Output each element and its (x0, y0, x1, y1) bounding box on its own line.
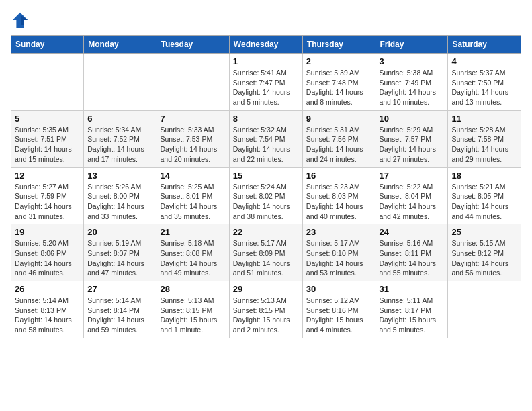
cell-info: Sunrise: 5:22 AMSunset: 8:04 PMDaylight:… (379, 182, 444, 222)
cell-info: Sunrise: 5:20 AMSunset: 8:06 PMDaylight:… (15, 238, 80, 278)
cell-info: Sunrise: 5:15 AMSunset: 8:12 PMDaylight:… (451, 238, 517, 278)
calendar-week-row: 19 Sunrise: 5:20 AMSunset: 8:06 PMDaylig… (11, 224, 521, 281)
calendar-cell: 24 Sunrise: 5:16 AMSunset: 8:11 PMDaylig… (375, 224, 448, 281)
day-number: 1 (233, 56, 299, 66)
day-number: 2 (306, 56, 372, 66)
day-number: 8 (233, 113, 299, 124)
day-number: 3 (379, 56, 444, 66)
logo (11, 11, 32, 30)
calendar-week-row: 1 Sunrise: 5:41 AMSunset: 7:47 PMDayligh… (11, 54, 521, 111)
calendar-cell: 29 Sunrise: 5:13 AMSunset: 8:15 PMDaylig… (229, 281, 302, 338)
weekday-header: Tuesday (157, 36, 229, 54)
day-number: 27 (87, 284, 152, 294)
cell-info: Sunrise: 5:39 AMSunset: 7:48 PMDaylight:… (306, 68, 372, 107)
calendar-cell: 23 Sunrise: 5:17 AMSunset: 8:10 PMDaylig… (302, 224, 375, 281)
calendar-cell: 20 Sunrise: 5:19 AMSunset: 8:07 PMDaylig… (84, 224, 157, 281)
calendar-cell: 6 Sunrise: 5:34 AMSunset: 7:52 PMDayligh… (84, 110, 157, 167)
day-number: 10 (379, 113, 444, 124)
cell-info: Sunrise: 5:41 AMSunset: 7:47 PMDaylight:… (233, 68, 299, 107)
cell-info: Sunrise: 5:19 AMSunset: 8:07 PMDaylight:… (87, 238, 152, 278)
cell-info: Sunrise: 5:29 AMSunset: 7:57 PMDaylight:… (379, 125, 444, 165)
day-number: 19 (15, 227, 80, 237)
cell-info: Sunrise: 5:31 AMSunset: 7:56 PMDaylight:… (306, 125, 372, 165)
weekday-header: Friday (375, 36, 448, 54)
calendar-cell: 11 Sunrise: 5:28 AMSunset: 7:58 PMDaylig… (448, 110, 521, 167)
day-number: 9 (306, 113, 372, 124)
day-number: 22 (233, 227, 299, 237)
calendar-cell: 31 Sunrise: 5:11 AMSunset: 8:17 PMDaylig… (375, 281, 448, 338)
day-number: 14 (161, 171, 226, 181)
day-number: 15 (233, 171, 299, 181)
cell-info: Sunrise: 5:24 AMSunset: 8:02 PMDaylight:… (233, 182, 299, 222)
calendar-cell: 18 Sunrise: 5:21 AMSunset: 8:05 PMDaylig… (448, 167, 521, 224)
calendar-cell: 22 Sunrise: 5:17 AMSunset: 8:09 PMDaylig… (229, 224, 302, 281)
calendar-cell: 1 Sunrise: 5:41 AMSunset: 7:47 PMDayligh… (229, 54, 302, 111)
cell-info: Sunrise: 5:25 AMSunset: 8:01 PMDaylight:… (161, 182, 226, 222)
calendar-cell: 2 Sunrise: 5:39 AMSunset: 7:48 PMDayligh… (302, 54, 375, 111)
cell-info: Sunrise: 5:18 AMSunset: 8:08 PMDaylight:… (161, 238, 226, 278)
calendar-week-row: 26 Sunrise: 5:14 AMSunset: 8:13 PMDaylig… (11, 281, 521, 338)
cell-info: Sunrise: 5:38 AMSunset: 7:49 PMDaylight:… (379, 68, 444, 107)
cell-info: Sunrise: 5:13 AMSunset: 8:15 PMDaylight:… (233, 295, 299, 335)
cell-info: Sunrise: 5:12 AMSunset: 8:16 PMDaylight:… (306, 295, 372, 335)
calendar-cell: 13 Sunrise: 5:26 AMSunset: 8:00 PMDaylig… (84, 167, 157, 224)
cell-info: Sunrise: 5:28 AMSunset: 7:58 PMDaylight:… (451, 125, 517, 165)
calendar-cell: 25 Sunrise: 5:15 AMSunset: 8:12 PMDaylig… (448, 224, 521, 281)
calendar-cell (11, 54, 84, 111)
weekday-header: Sunday (11, 36, 84, 54)
day-number: 6 (87, 113, 152, 124)
day-number: 21 (161, 227, 226, 237)
weekday-header: Wednesday (229, 36, 302, 54)
calendar-cell: 15 Sunrise: 5:24 AMSunset: 8:02 PMDaylig… (229, 167, 302, 224)
calendar-cell (84, 54, 157, 111)
cell-info: Sunrise: 5:11 AMSunset: 8:17 PMDaylight:… (379, 295, 444, 335)
calendar-cell: 21 Sunrise: 5:18 AMSunset: 8:08 PMDaylig… (157, 224, 229, 281)
calendar-table: SundayMondayTuesdayWednesdayThursdayFrid… (11, 35, 521, 338)
day-number: 26 (15, 284, 80, 294)
calendar-cell: 30 Sunrise: 5:12 AMSunset: 8:16 PMDaylig… (302, 281, 375, 338)
calendar-cell: 12 Sunrise: 5:27 AMSunset: 7:59 PMDaylig… (11, 167, 84, 224)
cell-info: Sunrise: 5:16 AMSunset: 8:11 PMDaylight:… (379, 238, 444, 278)
calendar-cell: 8 Sunrise: 5:32 AMSunset: 7:54 PMDayligh… (229, 110, 302, 167)
cell-info: Sunrise: 5:23 AMSunset: 8:03 PMDaylight:… (306, 182, 372, 222)
day-number: 25 (451, 227, 517, 237)
weekday-header: Thursday (302, 36, 375, 54)
day-number: 16 (306, 171, 372, 181)
day-number: 13 (87, 171, 152, 181)
day-number: 29 (233, 284, 299, 294)
logo-icon (11, 11, 30, 30)
cell-info: Sunrise: 5:34 AMSunset: 7:52 PMDaylight:… (87, 125, 152, 165)
calendar-cell: 17 Sunrise: 5:22 AMSunset: 8:04 PMDaylig… (375, 167, 448, 224)
calendar-cell (448, 281, 521, 338)
day-number: 7 (161, 113, 226, 124)
day-number: 20 (87, 227, 152, 237)
cell-info: Sunrise: 5:17 AMSunset: 8:09 PMDaylight:… (233, 238, 299, 278)
day-number: 31 (379, 284, 444, 294)
page-header (11, 11, 521, 30)
calendar-cell: 4 Sunrise: 5:37 AMSunset: 7:50 PMDayligh… (448, 54, 521, 111)
calendar-cell: 26 Sunrise: 5:14 AMSunset: 8:13 PMDaylig… (11, 281, 84, 338)
cell-info: Sunrise: 5:21 AMSunset: 8:05 PMDaylight:… (451, 182, 517, 222)
cell-info: Sunrise: 5:14 AMSunset: 8:14 PMDaylight:… (87, 295, 152, 335)
calendar-cell (157, 54, 229, 111)
calendar-cell: 7 Sunrise: 5:33 AMSunset: 7:53 PMDayligh… (157, 110, 229, 167)
day-number: 18 (451, 171, 517, 181)
calendar-cell: 5 Sunrise: 5:35 AMSunset: 7:51 PMDayligh… (11, 110, 84, 167)
calendar-cell: 9 Sunrise: 5:31 AMSunset: 7:56 PMDayligh… (302, 110, 375, 167)
calendar-header-row: SundayMondayTuesdayWednesdayThursdayFrid… (11, 36, 521, 54)
weekday-header: Monday (84, 36, 157, 54)
day-number: 4 (451, 56, 517, 66)
day-number: 24 (379, 227, 444, 237)
calendar-week-row: 5 Sunrise: 5:35 AMSunset: 7:51 PMDayligh… (11, 110, 521, 167)
day-number: 17 (379, 171, 444, 181)
cell-info: Sunrise: 5:14 AMSunset: 8:13 PMDaylight:… (15, 295, 80, 335)
cell-info: Sunrise: 5:13 AMSunset: 8:15 PMDaylight:… (161, 295, 226, 335)
calendar-cell: 16 Sunrise: 5:23 AMSunset: 8:03 PMDaylig… (302, 167, 375, 224)
cell-info: Sunrise: 5:32 AMSunset: 7:54 PMDaylight:… (233, 125, 299, 165)
day-number: 11 (451, 113, 517, 124)
day-number: 28 (161, 284, 226, 294)
cell-info: Sunrise: 5:17 AMSunset: 8:10 PMDaylight:… (306, 238, 372, 278)
calendar-cell: 19 Sunrise: 5:20 AMSunset: 8:06 PMDaylig… (11, 224, 84, 281)
calendar-cell: 14 Sunrise: 5:25 AMSunset: 8:01 PMDaylig… (157, 167, 229, 224)
cell-info: Sunrise: 5:33 AMSunset: 7:53 PMDaylight:… (161, 125, 226, 165)
